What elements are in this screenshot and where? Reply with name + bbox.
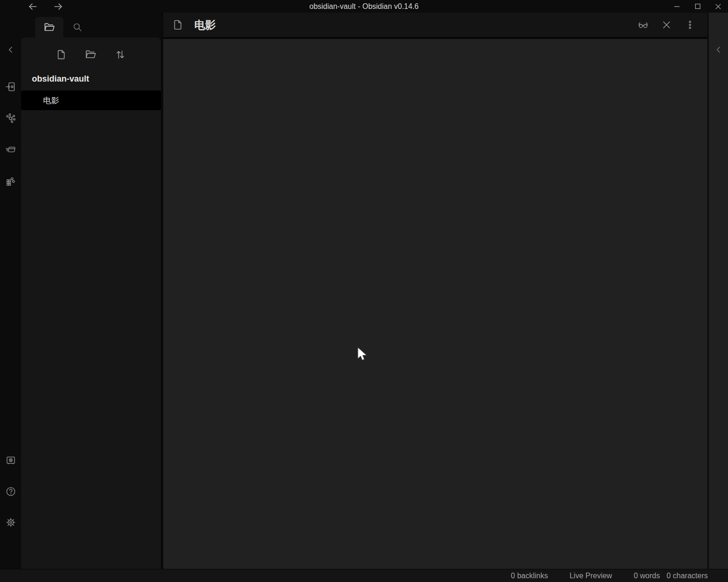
minimize-button[interactable]	[672, 1, 682, 12]
window-controls	[672, 1, 728, 12]
document-icon	[172, 19, 184, 31]
collapse-left-sidebar-button[interactable]	[5, 44, 17, 56]
close-tab-button[interactable]	[661, 19, 672, 30]
settings-button[interactable]	[5, 516, 17, 529]
character-count: 0 characters	[667, 572, 708, 580]
graph-view-button[interactable]	[5, 112, 17, 124]
vault-title[interactable]: obsidian-vault	[21, 74, 161, 84]
vault-icon	[5, 455, 16, 466]
editor-mode-indicator[interactable]: Live Preview	[569, 572, 612, 580]
vault-switcher-button[interactable]	[5, 454, 17, 467]
file-list: 电影	[21, 91, 161, 110]
new-folder-button[interactable]	[81, 47, 100, 62]
explorer-toolbar	[21, 38, 161, 62]
quick-switcher-button[interactable]	[5, 81, 17, 93]
ribbon-actions-top	[5, 81, 17, 187]
tab-actions	[637, 19, 696, 30]
sort-order-button[interactable]	[111, 47, 129, 62]
new-folder-icon	[84, 48, 97, 60]
window-title: obsidian-vault - Obsidian v0.14.6	[0, 2, 728, 11]
ribbon-actions-bottom	[5, 454, 17, 569]
backlinks-count[interactable]: 0 backlinks	[511, 572, 548, 580]
status-bar: 0 backlinks Live Preview 0 words 0 chara…	[0, 569, 728, 582]
more-options-button[interactable]	[684, 19, 696, 30]
new-note-icon	[55, 49, 67, 60]
arrow-right-icon	[53, 1, 63, 12]
tab-title-group: 电影	[172, 18, 216, 32]
sort-icon	[114, 49, 126, 60]
titlebar: obsidian-vault - Obsidian v0.14.6	[0, 0, 728, 13]
search-icon	[72, 22, 83, 33]
maximize-icon	[694, 2, 702, 10]
random-note-icon	[5, 175, 16, 187]
glasses-icon	[637, 19, 649, 31]
left-ribbon	[0, 13, 21, 569]
command-palette-button[interactable]	[5, 144, 17, 156]
minimize-icon	[673, 2, 681, 11]
history-nav	[27, 1, 64, 12]
gear-icon	[5, 517, 16, 528]
chevron-left-icon	[714, 45, 723, 54]
forward-button[interactable]	[53, 1, 64, 12]
help-button[interactable]	[5, 485, 17, 498]
command-palette-icon	[5, 144, 16, 155]
quick-switcher-icon	[5, 81, 16, 92]
reading-mode-button[interactable]	[637, 19, 649, 30]
close-window-button[interactable]	[713, 1, 723, 12]
maximize-button[interactable]	[692, 1, 703, 12]
file-item[interactable]: 电影	[21, 91, 161, 110]
note-title: 电影	[194, 18, 216, 32]
help-icon	[5, 486, 16, 497]
graph-view-icon	[5, 113, 16, 124]
right-sidebar-strip	[707, 13, 728, 569]
tab-search[interactable]	[63, 17, 91, 38]
close-icon	[661, 19, 672, 30]
new-note-button[interactable]	[52, 47, 70, 62]
editor-tab-header: 电影	[163, 13, 707, 39]
tab-file-explorer[interactable]	[35, 17, 63, 38]
chevron-left-icon	[6, 45, 15, 54]
obsidian-window: obsidian-vault - Obsidian v0.14.6	[0, 0, 728, 582]
folder-icon	[43, 21, 55, 33]
arrow-left-icon	[28, 1, 38, 12]
sidebar-tabs	[21, 13, 161, 38]
main-area: obsidian-vault 电影 电影	[0, 13, 728, 569]
back-button[interactable]	[27, 1, 38, 12]
file-explorer-panel: obsidian-vault 电影	[21, 38, 161, 569]
file-item-label: 电影	[43, 95, 59, 106]
word-count: 0 words	[634, 572, 660, 580]
close-icon	[714, 2, 722, 11]
left-sidebar: obsidian-vault 电影	[21, 13, 163, 569]
workspace: 电影	[163, 13, 707, 569]
vertical-dots-icon	[685, 19, 695, 30]
expand-right-sidebar-button[interactable]	[713, 44, 725, 56]
random-note-button[interactable]	[5, 175, 17, 187]
editor-body[interactable]	[163, 39, 707, 569]
